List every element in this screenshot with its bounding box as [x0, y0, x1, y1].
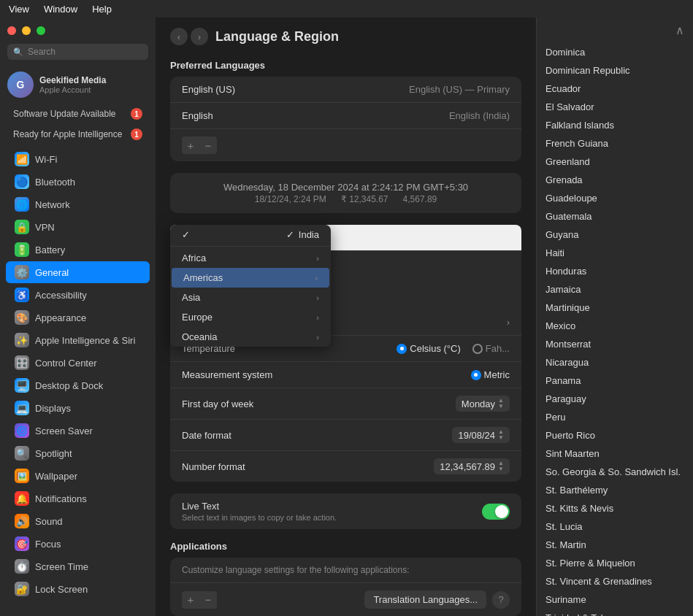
help-button[interactable]: ?: [492, 591, 510, 609]
right-panel-item[interactable]: Falkland Islands: [537, 116, 693, 134]
sidebar-item-sound[interactable]: 🔊 Sound: [6, 510, 150, 532]
region-india-option[interactable]: ✓India: [170, 225, 331, 245]
sidebar-top: 🔍: [0, 18, 156, 66]
sidebar-item-notifications[interactable]: 🔔 Notifications: [6, 488, 150, 509]
remove-language-button[interactable]: −: [199, 136, 217, 154]
live-text-toggle[interactable]: [482, 504, 510, 520]
menubar-help[interactable]: Help: [92, 4, 112, 15]
right-panel-item[interactable]: Montserrat: [537, 335, 693, 353]
right-panel-item[interactable]: Trinidad & Tobago: [537, 609, 693, 616]
sidebar-item-battery[interactable]: 🔋 Battery: [6, 239, 150, 261]
dateformat-stepper-down-icon[interactable]: ▼: [498, 435, 504, 441]
right-panel-item[interactable]: Dominican Republic: [537, 61, 693, 80]
dateformat-label: Date format: [182, 430, 231, 441]
right-panel-header[interactable]: ∧: [537, 18, 693, 43]
remove-app-button[interactable]: −: [199, 591, 217, 609]
collapse-icon[interactable]: ∧: [675, 23, 684, 37]
right-panel-item[interactable]: Sint Maarten: [537, 444, 693, 463]
right-panel-item[interactable]: So. Georgia & So. Sandwich Isl.: [537, 463, 693, 481]
right-panel-item[interactable]: Panama: [537, 371, 693, 390]
region-oceania-option[interactable]: Oceania ›: [170, 327, 331, 347]
numberformat-stepper-down-icon[interactable]: ▼: [498, 466, 504, 472]
sidebar-item-appearance[interactable]: 🎨 Appearance: [6, 307, 150, 328]
right-panel-item[interactable]: Guatemala: [537, 207, 693, 226]
fahrenheit-option[interactable]: Fah...: [472, 343, 510, 354]
region-europe-option[interactable]: Europe ›: [170, 307, 331, 327]
sidebar-item-accessibility[interactable]: ♿ Accessibility: [6, 284, 150, 306]
right-panel-item[interactable]: French Guiana: [537, 134, 693, 153]
right-panel-item[interactable]: St. Barthélemy: [537, 481, 693, 499]
right-panel-item[interactable]: Puerto Rico: [537, 426, 693, 444]
right-panel-item[interactable]: Suriname: [537, 590, 693, 609]
sidebar-item-control[interactable]: 🎛️ Control Center: [6, 352, 150, 374]
sidebar-item-apple-intel[interactable]: ✨ Apple Intelligence & Siri: [6, 329, 150, 351]
sidebar-item-wifi[interactable]: 📶 Wi-Fi: [6, 148, 150, 170]
region-africa-option[interactable]: Africa ›: [170, 248, 331, 268]
firstday-stepper[interactable]: Monday ▲ ▼: [456, 396, 510, 412]
sidebar-item-screentime[interactable]: ⏱️ Screen Time: [6, 555, 150, 577]
sidebar-item-vpn[interactable]: 🔒 VPN: [6, 216, 150, 238]
translation-languages-button[interactable]: Translation Languages...: [364, 590, 486, 609]
right-panel-item[interactable]: Dominica: [537, 43, 693, 61]
right-panel-item[interactable]: Nicaragua: [537, 353, 693, 371]
metric-radio[interactable]: [471, 370, 481, 380]
minimize-button[interactable]: [22, 26, 31, 35]
forward-button[interactable]: ›: [191, 28, 208, 45]
user-section[interactable]: G Geekified Media Apple Account: [0, 66, 156, 104]
close-button[interactable]: [7, 26, 16, 35]
add-language-button[interactable]: +: [182, 136, 199, 154]
right-panel-item[interactable]: Jamaica: [537, 280, 693, 299]
right-panel-item[interactable]: St. Martin: [537, 536, 693, 554]
search-input[interactable]: [28, 47, 142, 57]
celsius-label: Celsius (°C): [410, 343, 460, 354]
right-panel-list: DominicaDominican RepublicEcuadorEl Salv…: [537, 43, 693, 616]
right-panel-item[interactable]: St. Pierre & Miquelon: [537, 554, 693, 572]
apple-intel-item[interactable]: Ready for Apple Intelligence 1: [7, 126, 148, 143]
menubar-view[interactable]: View: [9, 4, 29, 15]
software-update-item[interactable]: Software Update Available 1: [7, 105, 148, 123]
control-icon: 🎛️: [15, 355, 29, 370]
maximize-button[interactable]: [37, 26, 45, 35]
sidebar-item-lockscreen[interactable]: 🔐 Lock Screen: [6, 578, 150, 600]
right-panel-item[interactable]: Paraguay: [537, 390, 693, 408]
right-panel-item[interactable]: Martinique: [537, 299, 693, 317]
right-panel-item[interactable]: Honduras: [537, 262, 693, 280]
sidebar-item-spotlight[interactable]: 🔍 Spotlight: [6, 442, 150, 464]
celsius-radio[interactable]: [397, 344, 407, 354]
back-button[interactable]: ‹: [170, 28, 188, 45]
region-americas-option[interactable]: Americas ›: [172, 268, 329, 288]
right-panel-item[interactable]: Guadeloupe: [537, 189, 693, 207]
right-panel-item[interactable]: El Salvador: [537, 98, 693, 116]
search-box[interactable]: 🔍: [7, 44, 148, 60]
sidebar-item-general[interactable]: ⚙️ General: [6, 261, 150, 283]
right-panel-item[interactable]: Guyana: [537, 226, 693, 244]
sidebar-item-desktop[interactable]: 🖥️ Desktop & Dock: [6, 374, 150, 396]
right-panel-item[interactable]: Haiti: [537, 244, 693, 262]
languages-card: English (US) English (US) — Primary Engl…: [170, 77, 521, 161]
add-app-button[interactable]: +: [182, 591, 199, 609]
dateformat-stepper[interactable]: 19/08/24 ▲ ▼: [452, 427, 510, 443]
stepper-down-icon[interactable]: ▼: [498, 404, 504, 409]
right-panel-item[interactable]: Greenland: [537, 153, 693, 171]
sidebar-item-focus[interactable]: 🎯 Focus: [6, 533, 150, 555]
right-panel-item[interactable]: Ecuador: [537, 80, 693, 98]
sidebar-item-screensaver[interactable]: 🌀 Screen Saver: [6, 420, 150, 442]
celsius-option[interactable]: Celsius (°C): [397, 343, 460, 354]
live-text-label: Live Text: [182, 501, 337, 512]
asia-label: Asia: [182, 292, 200, 303]
menubar-window[interactable]: Window: [44, 4, 77, 15]
sidebar-item-displays[interactable]: 💻 Displays: [6, 397, 150, 419]
right-panel-item[interactable]: St. Kitts & Nevis: [537, 499, 693, 517]
sidebar-item-bluetooth[interactable]: 🔵 Bluetooth: [6, 171, 150, 193]
fahrenheit-radio[interactable]: [472, 344, 483, 354]
region-asia-option[interactable]: Asia ›: [170, 288, 331, 307]
metric-option[interactable]: Metric: [471, 369, 510, 380]
numberformat-stepper[interactable]: 12,34,567.89 ▲ ▼: [434, 458, 510, 474]
right-panel-item[interactable]: Grenada: [537, 171, 693, 189]
right-panel-item[interactable]: Mexico: [537, 317, 693, 335]
sidebar-item-wallpaper[interactable]: 🖼️ Wallpaper: [6, 465, 150, 487]
right-panel-item[interactable]: St. Lucia: [537, 517, 693, 536]
sidebar-item-network[interactable]: 🌐 Network: [6, 193, 150, 215]
right-panel-item[interactable]: St. Vincent & Grenadines: [537, 572, 693, 590]
right-panel-item[interactable]: Peru: [537, 408, 693, 426]
